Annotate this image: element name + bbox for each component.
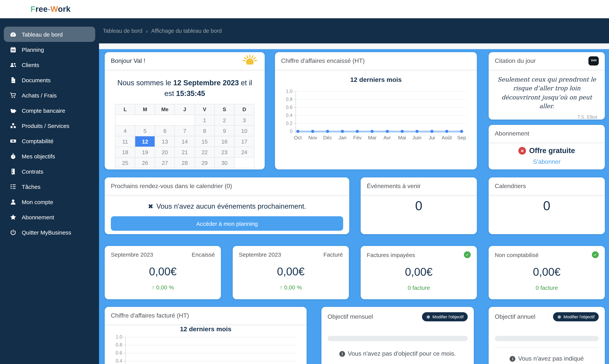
tasks-icon <box>10 183 17 190</box>
app-window: Free-Work Tableau de bordPlanningClients… <box>0 0 609 364</box>
stat-trend: 0,00 % <box>111 284 215 290</box>
calendar-day[interactable]: 27 <box>155 157 175 168</box>
boxes-icon <box>10 122 17 129</box>
monthly-goal-card: Objectif mensuel <box>321 307 474 364</box>
sidebar-item-tableau-de-bord[interactable]: Tableau de bord <box>4 27 95 42</box>
stat-invoice-count: 0 facture <box>495 285 599 291</box>
sidebar-item-label: Comptabilité <box>22 138 53 144</box>
calendar-day[interactable]: 30 <box>214 157 234 168</box>
x-axis-label: Déc <box>319 135 336 141</box>
sidebar-item-mon-compte[interactable]: Mon compte <box>4 194 95 209</box>
sidebar-item-comptabilite[interactable]: Comptabilité <box>4 133 95 148</box>
green-check-icon <box>592 251 599 258</box>
calendar-day[interactable]: 8 <box>195 125 214 136</box>
calendar-day[interactable]: 6 <box>155 125 175 136</box>
calendar-day[interactable]: 15 <box>195 136 214 147</box>
sidebar-item-abonnement[interactable]: Abonnement <box>4 209 95 225</box>
calendar-day[interactable]: 16 <box>214 136 234 147</box>
free-work-logo[interactable]: Free-Work <box>30 5 71 14</box>
sidebar-item-clients[interactable]: Clients <box>4 57 95 72</box>
sidebar-item-achats-frais[interactable]: Achats / Frais <box>4 88 95 103</box>
y-axis-tick <box>123 345 125 345</box>
calendar-day[interactable]: 11 <box>115 136 135 147</box>
x-axis-label: Fév <box>349 135 366 141</box>
sidebar-item-produits-services[interactable]: Produits / Services <box>4 118 95 133</box>
y-axis-tick-label: 0.4 <box>279 113 292 118</box>
calendar-day-header: S <box>214 104 234 115</box>
sidebar-item-label: Contrats <box>22 168 43 175</box>
sidebar-item-label: Documents <box>22 77 51 83</box>
y-axis-line <box>296 91 296 134</box>
annual-goal-message: Vous n'avez pas indiqué <box>489 355 605 362</box>
calendar-day[interactable]: 12 <box>135 136 155 147</box>
subscribe-link[interactable]: S'abonner <box>489 158 605 165</box>
calendar-day[interactable]: 3 <box>234 115 254 125</box>
gridline <box>296 91 467 92</box>
gridline <box>296 123 467 124</box>
calendar-day[interactable]: 19 <box>135 147 155 157</box>
calendar-day[interactable]: 13 <box>155 136 175 147</box>
sidebar-item-documents[interactable]: Documents <box>4 72 95 88</box>
calendar-day[interactable]: 18 <box>115 147 135 157</box>
y-axis-tick-label: 0.6 <box>108 350 122 356</box>
sidebar-item-label: Compte bancaire <box>22 107 65 114</box>
breadcrumb-section[interactable]: Tableau de bord <box>103 28 143 34</box>
chart-subtitle: 12 derniers mois <box>275 76 477 84</box>
users-icon <box>10 61 17 68</box>
sidebar-item-mes-objectifs[interactable]: Mes objectifs <box>4 148 95 164</box>
sidebar-item-compte-bancaire[interactable]: Compte bancaire <box>4 103 95 118</box>
contract-icon <box>10 168 17 175</box>
calendar-day[interactable]: 5 <box>135 125 155 136</box>
info-icon <box>510 356 516 362</box>
calendar-day[interactable]: 7 <box>175 125 195 136</box>
sun-icon <box>241 53 259 68</box>
sidebar-item-label: Abonnement <box>22 214 54 220</box>
calendar-day-header: D <box>234 104 254 115</box>
calendar-day[interactable]: 22 <box>195 147 214 157</box>
calendar-day[interactable]: 23 <box>214 147 234 157</box>
y-axis-tick <box>294 123 296 124</box>
calendar-day[interactable]: 26 <box>135 157 155 168</box>
subscription-card: Abonnement Offre gratuite S'abonner <box>489 125 605 169</box>
calendar-day[interactable]: 20 <box>155 147 175 157</box>
divider <box>495 347 599 348</box>
calendar-day[interactable]: 24 <box>234 147 254 157</box>
annual-goal-card: Objectif annuel <box>489 307 605 364</box>
calendar-day[interactable]: 9 <box>214 125 234 136</box>
sidebar-item-taches[interactable]: Tâches <box>4 179 95 194</box>
sidebar-item-planning[interactable]: Planning <box>4 42 95 57</box>
sidebar-item-contrats[interactable]: Contrats <box>4 164 95 179</box>
user-icon <box>10 198 17 205</box>
edit-annual-goal-button[interactable]: Modifier l'objectif <box>553 312 599 321</box>
gear-icon <box>557 315 562 319</box>
calendars-title: Calendriers <box>495 183 526 190</box>
go-to-planning-button[interactable]: Accéder à mon planning <box>111 216 343 231</box>
y-axis-tick-label: 0.8 <box>279 97 292 102</box>
sidebar-item-label: Produits / Services <box>22 122 69 129</box>
edit-monthly-goal-button[interactable]: Modifier l'objectif <box>422 312 468 321</box>
x-mark-icon <box>148 202 153 210</box>
sidebar-item-label: Planning <box>22 46 44 53</box>
sidebar-item-quitter-mybusiness[interactable]: Quitter MyBusiness <box>4 225 95 240</box>
stat-invoice-count: 0 facture <box>367 285 471 291</box>
calendar-day[interactable]: 2 <box>214 115 234 125</box>
calendar-day-header: M <box>135 104 155 115</box>
sidebar-item-label: Mes objectifs <box>22 153 55 159</box>
gridline <box>125 361 297 361</box>
calendar-day[interactable]: 14 <box>175 136 195 147</box>
calendar-day[interactable]: 4 <box>115 125 135 136</box>
breadcrumb: Tableau de bord › Affichage du tableau d… <box>99 18 609 43</box>
calendar-day[interactable]: 25 <box>115 157 135 168</box>
calendar-day[interactable]: 28 <box>175 157 195 168</box>
calendar-day[interactable]: 21 <box>175 147 195 157</box>
y-axis-tick <box>294 91 296 92</box>
calendar-day[interactable]: 10 <box>234 125 254 136</box>
calendar-day[interactable]: 17 <box>234 136 254 147</box>
gridline <box>125 353 297 353</box>
x-axis-label: Mai <box>394 135 410 141</box>
sidebar-item-label: Achats / Frais <box>22 92 57 98</box>
data-point <box>400 130 404 133</box>
calendar-day[interactable]: 29 <box>195 157 214 168</box>
calendar-day[interactable]: 1 <box>195 115 214 125</box>
revenue-billed-card: Chiffre d'affaires facturé (HT) 12 derni… <box>105 307 307 364</box>
